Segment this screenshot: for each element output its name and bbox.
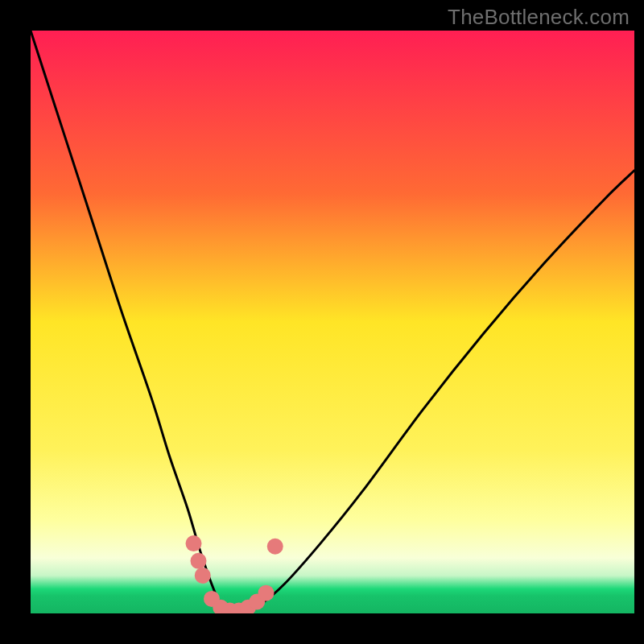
chart-container: TheBottleneck.com — [0, 0, 644, 644]
data-point — [191, 553, 207, 569]
data-point — [258, 585, 275, 601]
data-point — [186, 535, 202, 551]
data-point — [195, 568, 211, 584]
data-point — [267, 539, 283, 555]
watermark-text: TheBottleneck.com — [448, 5, 630, 30]
bottleneck-chart — [0, 0, 644, 644]
svg-rect-2 — [31, 31, 634, 613]
